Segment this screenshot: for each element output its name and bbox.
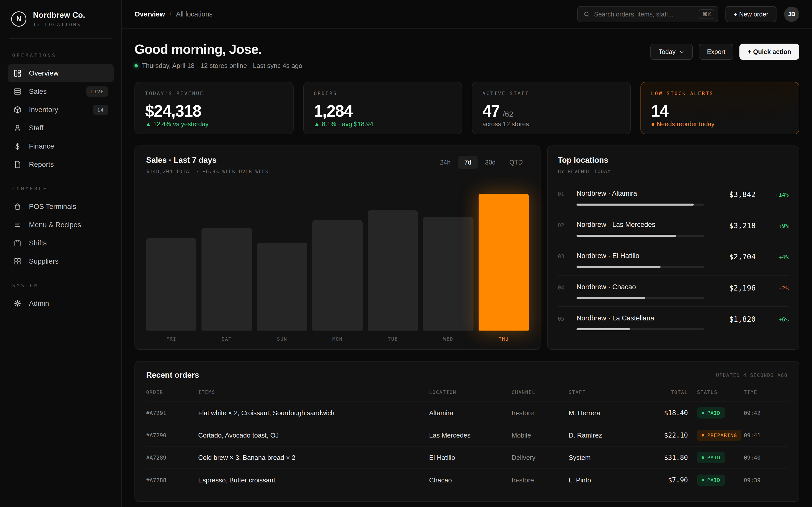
x-label-tue: TUE [368, 336, 418, 342]
order-location: Chacao [429, 476, 512, 484]
breadcrumb-current[interactable]: Overview [135, 10, 165, 18]
topbar: Overview / All locations ⌘K + New order … [122, 0, 812, 29]
order-channel: Mobile [512, 432, 569, 439]
x-label-mon: MON [312, 336, 363, 342]
sidebar-item-overview[interactable]: Overview [8, 64, 114, 82]
status-label: PAID [707, 410, 720, 416]
sidebar-item-menu-recipes[interactable]: Menu & Recipes [8, 216, 114, 234]
export-button[interactable]: Export [699, 44, 733, 60]
sidebar-item-label: POS Terminals [29, 203, 76, 211]
order-staff: D. Ramírez [569, 432, 645, 439]
sidebar-item-staff[interactable]: Staff [8, 119, 114, 137]
bar-fri[interactable] [146, 238, 196, 331]
kpi-value-row: 14 [651, 102, 789, 120]
new-order-button[interactable]: + New order [725, 6, 776, 22]
bar-thu[interactable] [478, 194, 529, 331]
sidebar-item-suppliers[interactable]: Suppliers [8, 252, 114, 271]
x-label-fri: FRI [146, 336, 196, 342]
location-row-nordbrew-altamira[interactable]: 01Nordbrew · Altamira$3,842+14% [558, 182, 789, 213]
location-progress-track [576, 266, 704, 268]
brand: N Nordbrew Co. 12 LOCATIONS [8, 0, 114, 38]
kpi-card-low-stock-alerts: LOW STOCK ALERTS14● Needs reorder today [641, 82, 800, 134]
recent-orders-card: Recent orders UPDATED 4 SECONDS AGO ORDE… [135, 361, 799, 502]
x-label-wed: WED [423, 336, 473, 342]
tab-30d[interactable]: 30d [479, 156, 502, 169]
kpi-value: 47 [483, 102, 500, 120]
order-total: $22.10 [645, 432, 688, 439]
location-name: Nordbrew · Chacao [576, 283, 710, 291]
sidebar-item-inventory[interactable]: Inventory14 [8, 101, 114, 119]
location-delta: +6% [756, 314, 789, 323]
location-revenue: $3,842 [710, 189, 756, 199]
location-row-nordbrew-las-mercedes[interactable]: 02Nordbrew · Las Mercedes$3,218+9% [558, 213, 789, 244]
table-row-order-a7289[interactable]: #A7289Cold brew × 3, Banana bread × 2El … [146, 447, 788, 469]
bar-mon[interactable] [312, 220, 363, 331]
sidebar-section-label-operations: OPERATIONS [12, 52, 109, 58]
kpi-delta: ▲ 8.1% · avg $18.94 [314, 120, 452, 128]
breadcrumb-secondary[interactable]: All locations [176, 10, 213, 18]
sidebar-item-shifts[interactable]: Shifts [8, 234, 114, 252]
chart-header: Sales · Last 7 days $148,204 TOTAL · +6.… [146, 156, 529, 174]
location-rank: 05 [558, 314, 576, 322]
order-time: 09:41 [744, 432, 788, 439]
bar-wed[interactable] [423, 217, 473, 331]
search-box[interactable]: ⌘K [577, 6, 718, 22]
avatar[interactable]: JB [784, 7, 799, 22]
location-row-nordbrew-la-castellana[interactable]: 05Nordbrew · La Castellana$1,820+6% [558, 307, 789, 337]
order-status-cell: PAID [688, 474, 744, 486]
sidebar-section-label-commerce: COMMERCE [12, 186, 109, 191]
bar-tue[interactable] [368, 210, 418, 331]
app-root: N Nordbrew Co. 12 LOCATIONS OPERATIONSOv… [0, 0, 812, 507]
brand-name: Nordbrew Co. [33, 11, 85, 20]
location-progress-track [576, 235, 704, 237]
bar-sun[interactable] [257, 242, 307, 331]
sidebar-item-badge: 14 [93, 105, 108, 115]
sales-chart-card: Sales · Last 7 days $148,204 TOTAL · +6.… [135, 146, 541, 350]
sidebar-item-label: Staff [29, 124, 43, 132]
location-row-nordbrew-chacao[interactable]: 04Nordbrew · Chacao$2,196-2% [558, 276, 789, 307]
sidebar-item-finance[interactable]: Finance [8, 137, 114, 155]
status-label: PREPARING [707, 432, 737, 438]
location-progress-fill [576, 297, 645, 299]
sidebar-item-sales[interactable]: SalesLIVE [8, 82, 114, 101]
sidebar-item-admin[interactable]: Admin [8, 294, 114, 313]
sidebar-item-pos-terminals[interactable]: POS Terminals [8, 198, 114, 216]
table-row-order-a7290[interactable]: #A7290Cortado, Avocado toast, OJLas Merc… [146, 425, 788, 447]
quick-action-button[interactable]: + Quick action [740, 44, 799, 60]
table-row-order-a7288[interactable]: #A7288Espresso, Butter croissantChacaoIn… [146, 469, 788, 491]
location-rank: 02 [558, 221, 576, 228]
search-input[interactable] [594, 11, 695, 18]
chart-subtitle: $148,204 TOTAL · +6.8% WEEK OVER WEEK [146, 168, 269, 174]
cube-icon [13, 105, 22, 114]
greeting-block: Good morning, Jose. Thursday, April 18 ·… [135, 42, 302, 70]
table-row-order-a7291[interactable]: #A7291Flat white × 2, Croissant, Sourdou… [146, 402, 788, 425]
top-locations-list: 01Nordbrew · Altamira$3,842+14%02Nordbre… [558, 182, 789, 337]
location-progress-track [576, 328, 704, 330]
order-channel: Delivery [512, 454, 569, 462]
location-revenue: $2,704 [710, 252, 756, 261]
location-row-nordbrew-el-hatillo[interactable]: 03Nordbrew · El Hatillo$2,704+4% [558, 244, 789, 276]
bag-icon [13, 202, 22, 211]
location-delta: +9% [756, 221, 789, 229]
orders-col-header-staff: STAFF [569, 389, 645, 395]
tab-7d[interactable]: 7d [458, 156, 477, 169]
sidebar-divider [9, 38, 112, 39]
order-items: Flat white × 2, Croissant, Sourdough san… [198, 409, 429, 417]
header-actions: Today Export + Quick action [650, 44, 799, 60]
today-dropdown-button[interactable]: Today [650, 44, 693, 60]
brand-initial: N [16, 15, 21, 23]
chart-range-tabs: 24h7d30dQTD [434, 156, 529, 169]
order-time: 09:42 [744, 410, 788, 416]
tab-qtd[interactable]: QTD [503, 156, 529, 169]
kpi-value-row: $24,318 [145, 102, 283, 120]
location-revenue: $2,196 [710, 283, 756, 292]
bar-sat[interactable] [201, 228, 252, 331]
sidebar-item-reports[interactable]: Reports [8, 155, 114, 174]
search-shortcut-kbd: ⌘K [699, 9, 714, 19]
tab-24h[interactable]: 24h [434, 156, 457, 169]
rows-icon [13, 87, 22, 96]
order-id: #A7290 [146, 432, 198, 439]
orders-col-header-location: LOCATION [429, 389, 512, 395]
orders-col-header-channel: CHANNEL [512, 389, 569, 395]
location-name: Nordbrew · La Castellana [576, 314, 710, 322]
